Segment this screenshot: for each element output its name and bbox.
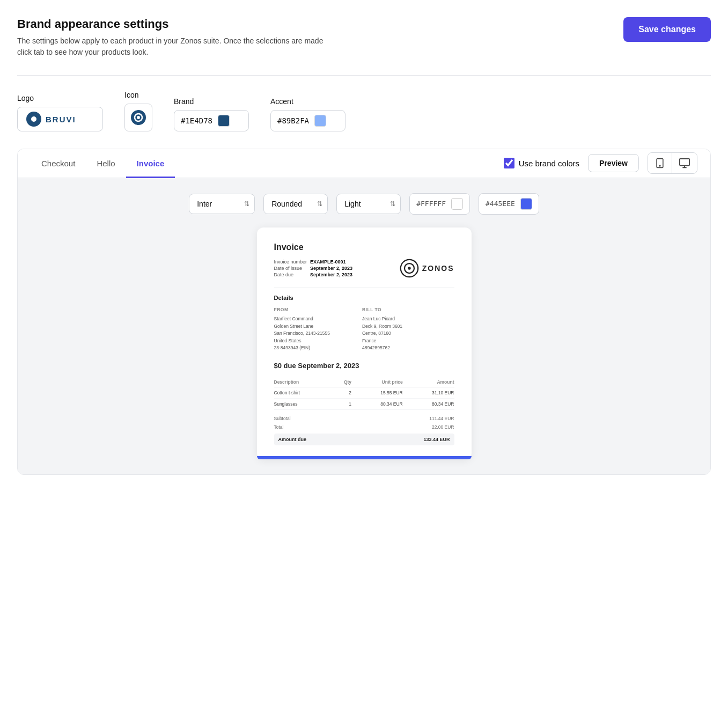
monitor-icon <box>679 157 690 169</box>
accent-color-picker[interactable]: #445EEE <box>479 193 539 215</box>
header-text: Brand appearance settings The settings b… <box>17 17 339 58</box>
item-qty-2: 1 <box>334 399 351 410</box>
from-address: FROM Starfleet Command Golden Street Lan… <box>274 306 330 353</box>
amount-due-value: 133.44 EUR <box>423 437 450 442</box>
svg-point-10 <box>408 267 410 269</box>
theme-select[interactable]: Light Dark <box>336 194 401 214</box>
brand-settings-row: Logo BRUVI Icon Brand #1E4D78 Accent <box>17 91 711 131</box>
amount-due-label: Amount due <box>278 437 307 442</box>
border-select[interactable]: Rounded Sharp Square <box>263 194 328 214</box>
amount-due-row: Amount due 133.44 EUR <box>274 434 454 445</box>
view-toggle <box>648 152 697 174</box>
invoice-card: Invoice Invoice number EXAMPLE-0001 Date… <box>257 227 472 460</box>
invoice-line-items: Description Qty Unit price Amount Cotton… <box>274 377 454 410</box>
logo-label: Logo <box>17 94 103 102</box>
logo-preview[interactable]: BRUVI <box>17 107 103 131</box>
icon-field: Icon <box>124 91 152 131</box>
from-country: United States <box>274 337 330 345</box>
logo-brand-text: BRUVI <box>46 115 76 124</box>
icon-label: Icon <box>124 91 152 99</box>
item-unit-2: 80.34 EUR <box>351 399 403 410</box>
total-value: 22.00 EUR <box>432 424 454 430</box>
invoice-addresses: FROM Starfleet Command Golden Street Lan… <box>274 306 454 353</box>
bill-addr1: Deck 9, Room 3601 <box>362 323 402 331</box>
use-brand-colors-label[interactable]: Use brand colors <box>504 158 579 168</box>
from-ein: 23-8493943 (EIN) <box>274 344 330 352</box>
table-row: Cotton t-shirt 2 15.55 EUR 31.10 EUR <box>274 387 454 399</box>
tab-invoice[interactable]: Invoice <box>126 149 175 178</box>
table-row: Sunglasses 1 80.34 EUR 80.34 EUR <box>274 399 454 410</box>
invoice-title: Invoice <box>274 243 454 252</box>
page-description: The settings below apply to each product… <box>17 35 339 58</box>
svg-point-2 <box>137 116 140 119</box>
col-qty: Qty <box>334 377 351 387</box>
mobile-view-button[interactable] <box>648 153 672 173</box>
invoice-date-label: Date of issue <box>274 265 311 271</box>
item-qty-1: 2 <box>334 387 351 399</box>
item-amount-2: 80.34 EUR <box>403 399 454 410</box>
col-unit-price: Unit price <box>351 377 403 387</box>
invoice-details-title: Details <box>274 295 454 301</box>
tabs-content: Inter Roboto Open Sans ⇅ Rounded Sharp S… <box>18 178 710 475</box>
invoice-date-value: September 2, 2023 <box>310 265 356 271</box>
bill-name: Jean Luc Picard <box>362 315 402 323</box>
logo-circle-icon <box>26 112 41 127</box>
invoice-divider-1 <box>274 288 454 288</box>
bg-color-swatch[interactable] <box>451 198 463 210</box>
bill-address: BILL TO Jean Luc Picard Deck 9, Room 360… <box>362 306 402 353</box>
invoice-meta: Invoice number EXAMPLE-0001 Date of issu… <box>274 259 356 278</box>
invoice-bottom-bar <box>257 456 472 459</box>
accent-color-picker-swatch[interactable] <box>520 198 532 210</box>
invoice-meta-logo: Invoice number EXAMPLE-0001 Date of issu… <box>274 259 454 278</box>
from-street: Golden Street Lane <box>274 323 330 331</box>
logo-inner-dot <box>31 116 36 122</box>
bill-country: France <box>362 337 402 345</box>
from-city: San Francisco, 2143-21555 <box>274 330 330 337</box>
invoice-totals: Subtotal 111.44 EUR Total 22.00 EUR Amou… <box>274 414 454 445</box>
invoice-due-statement: $0 due September 2, 2023 <box>274 362 454 370</box>
svg-point-4 <box>659 165 660 166</box>
accent-color-swatch[interactable] <box>314 115 326 127</box>
item-amount-1: 31.10 EUR <box>403 387 454 399</box>
use-brand-colors-checkbox[interactable] <box>504 158 514 168</box>
brand-color-value: #1E4D78 <box>181 116 212 125</box>
invoice-due-date-value: September 2, 2023 <box>310 271 356 278</box>
accent-color-picker-value: #445EEE <box>486 200 515 208</box>
subtotal-label: Subtotal <box>274 416 291 421</box>
bg-color-value: #FFFFFF <box>416 200 446 208</box>
font-select-wrap: Inter Roboto Open Sans ⇅ <box>189 194 255 214</box>
brand-color-input[interactable]: #1E4D78 <box>174 110 249 131</box>
from-name: Starfleet Command <box>274 315 330 323</box>
bill-addr2: Centre, 87160 <box>362 330 402 337</box>
brand-color-label: Brand <box>174 97 249 106</box>
page-title: Brand appearance settings <box>17 17 339 31</box>
subtotal-row: Subtotal 111.44 EUR <box>274 414 454 423</box>
invoice-number-value: EXAMPLE-0001 <box>310 259 356 265</box>
desktop-view-button[interactable] <box>672 153 697 173</box>
theme-select-wrap: Light Dark ⇅ <box>336 194 401 214</box>
preview-button[interactable]: Preview <box>588 154 639 172</box>
tab-hello[interactable]: Hello <box>86 149 126 178</box>
invoice-controls: Inter Roboto Open Sans ⇅ Rounded Sharp S… <box>31 193 697 215</box>
bg-color-picker[interactable]: #FFFFFF <box>409 193 470 215</box>
col-description: Description <box>274 377 334 387</box>
use-brand-colors-text: Use brand colors <box>519 159 579 168</box>
col-amount: Amount <box>403 377 454 387</box>
brand-icon <box>130 109 147 126</box>
brand-color-swatch[interactable] <box>218 115 230 127</box>
item-description-2: Sunglasses <box>274 399 334 410</box>
tabs-right-controls: Use brand colors Preview <box>504 152 697 174</box>
invoice-due-label: Date due <box>274 271 311 278</box>
total-row: Total 22.00 EUR <box>274 423 454 431</box>
icon-preview[interactable] <box>124 104 152 131</box>
invoice-preview-wrap: Invoice Invoice number EXAMPLE-0001 Date… <box>31 227 697 460</box>
accent-color-input[interactable]: #89B2FA <box>270 110 345 131</box>
zonos-logo-icon <box>400 259 419 278</box>
tabs-header: Checkout Hello Invoice Use brand colors … <box>18 149 710 178</box>
bill-label: BILL TO <box>362 306 402 314</box>
save-button[interactable]: Save changes <box>623 17 711 42</box>
total-label: Total <box>274 424 284 430</box>
tab-checkout[interactable]: Checkout <box>31 149 86 178</box>
tabs-section: Checkout Hello Invoice Use brand colors … <box>17 149 711 475</box>
font-select[interactable]: Inter Roboto Open Sans <box>189 194 255 214</box>
